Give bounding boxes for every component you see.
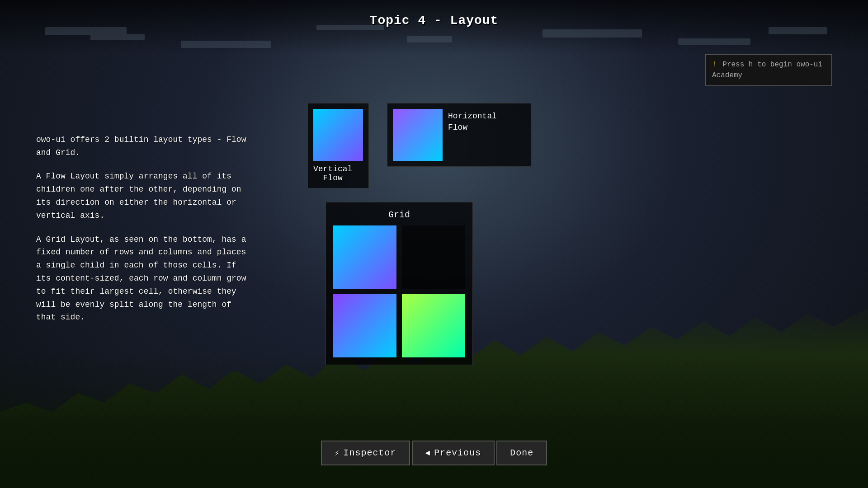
previous-button[interactable]: ◄ Previous — [412, 441, 495, 465]
h-flow-content: HorizontalFlow — [393, 109, 497, 161]
grid-cell-2 — [402, 225, 465, 289]
tooltip-icon: ! — [712, 61, 717, 69]
grid-cell-3 — [333, 294, 396, 357]
grid-demo: Grid — [326, 202, 473, 365]
tooltip-text: Press h to begin owo-ui Academy — [712, 61, 822, 80]
paragraph-3: A Grid Layout, as seen on the bottom, ha… — [36, 233, 253, 324]
page-title: Topic 4 - Layout — [370, 14, 499, 28]
previous-label: Previous — [434, 448, 481, 458]
horizontal-flow-block — [393, 109, 443, 161]
horizontal-flow-demo: HorizontalFlow — [387, 103, 532, 167]
demo-area: VerticalFlow HorizontalFlow Grid — [289, 103, 832, 365]
vertical-flow-label: VerticalFlow — [313, 164, 352, 183]
inspector-label: Inspector — [343, 448, 396, 458]
inspector-button[interactable]: ⚡ Inspector — [321, 441, 410, 465]
bottom-bar: ⚡ Inspector ◄ Previous Done — [321, 441, 547, 488]
horizontal-flow-label: HorizontalFlow — [448, 109, 497, 133]
previous-icon: ◄ — [425, 449, 431, 458]
main-area: owo-ui offers 2 builtin layout types - F… — [0, 28, 868, 441]
inspector-icon: ⚡ — [335, 448, 340, 458]
grid-inner — [333, 225, 465, 357]
done-button[interactable]: Done — [496, 441, 547, 465]
text-panel: owo-ui offers 2 builtin layout types - F… — [36, 133, 253, 335]
grid-label: Grid — [333, 210, 465, 220]
paragraph-2: A Flow Layout simply arranges all of its… — [36, 170, 253, 222]
paragraph-1: owo-ui offers 2 builtin layout types - F… — [36, 133, 253, 160]
academy-tooltip: ! Press h to begin owo-ui Academy — [705, 54, 832, 86]
vertical-flow-block — [313, 109, 363, 161]
grid-cell-4 — [402, 294, 465, 357]
flow-demos-row: VerticalFlow HorizontalFlow — [307, 103, 532, 188]
vertical-flow-demo: VerticalFlow — [307, 103, 369, 188]
done-label: Done — [510, 448, 533, 458]
grid-cell-1 — [333, 225, 396, 289]
